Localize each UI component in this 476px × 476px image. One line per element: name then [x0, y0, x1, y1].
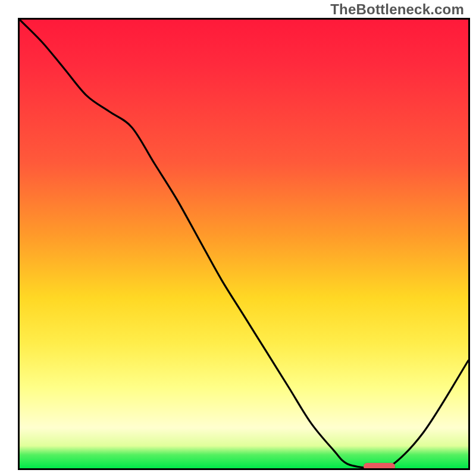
- bottleneck-chart: TheBottleneck.com: [0, 0, 476, 476]
- bottleneck-curve: [20, 20, 468, 468]
- plot-area: [18, 18, 470, 470]
- watermark-text: TheBottleneck.com: [330, 1, 464, 18]
- optimal-range-marker: [364, 463, 395, 470]
